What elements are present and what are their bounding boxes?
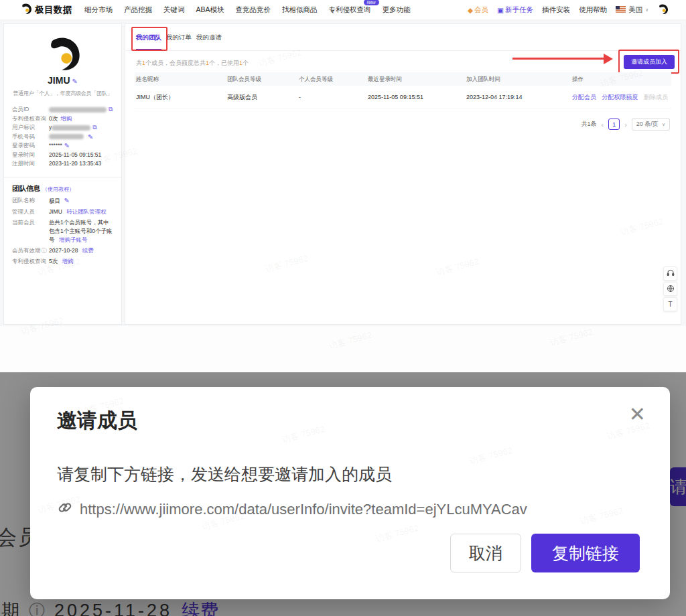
- top-navbar: 极目数据 细分市场 产品挖掘 关键词 ABA模块 查竞品竞价 找相似商品 专利侵…: [0, 0, 686, 20]
- redacted-member-id: [49, 107, 107, 112]
- info-row-register-time: 注册时间 2023-11-20 13:35:43: [12, 159, 113, 169]
- menu-item-more[interactable]: 更多功能: [383, 5, 411, 15]
- info-icon: ⓘ: [42, 248, 47, 254]
- buy-more-link[interactable]: 增购: [62, 258, 74, 264]
- table-header: 姓名昵称 团队会员等级 个人会员等级 最近登录时间 加入团队时间 操作: [135, 72, 671, 86]
- invite-member-modal: 邀请成员 ✕ 请复制下方链接，发送给想要邀请加入的成员 https://www.…: [30, 387, 670, 599]
- cell-last-login: 2025-11-05 09:15:51: [368, 86, 423, 108]
- chevron-down-icon: ∨: [662, 122, 665, 127]
- vip-link[interactable]: ◆ 会员: [468, 5, 488, 15]
- tab-my-team[interactable]: 我的团队: [136, 24, 161, 50]
- invite-link-text[interactable]: https://www.jiimore.com/data/userInfo/in…: [80, 501, 527, 518]
- remove-member-link: 删除成员: [644, 94, 668, 100]
- member-summary: 共1个成员，会员额度总共1个，已使用1个: [136, 59, 249, 68]
- task-icon: ▣: [497, 6, 504, 14]
- info-row-member-id: 会员ID ⧉: [12, 105, 113, 114]
- renew-link[interactable]: 续费: [82, 247, 94, 254]
- buy-more-link[interactable]: 增购: [60, 114, 72, 124]
- cell-join-time: 2023-12-04 17:19:14: [466, 86, 523, 108]
- edit-password-icon[interactable]: ✎: [64, 141, 70, 151]
- membership-description: 普通用户「个人」，年度高级会员「团队」: [12, 90, 113, 97]
- page-size-select[interactable]: 20 条/页 ∨: [632, 118, 670, 131]
- tab-bar: 我的团队 我的订单 我的邀请: [125, 24, 681, 51]
- assign-quota-link[interactable]: 分配权限额度: [602, 94, 638, 100]
- page: 极目数据 细分市场 产品挖掘 关键词 ABA模块 查竞品竞价 找相似商品 专利侵…: [0, 0, 686, 616]
- info-row-phone: 手机号码 ✎: [12, 133, 113, 142]
- team-row-expiry: 会员有效期ⓘ 2027-10-28 续费: [12, 246, 113, 255]
- table-row: JIMU（团长） 高级版会员 - 2025-11-05 09:15:51 202…: [135, 86, 671, 108]
- us-flag-icon: [616, 6, 626, 14]
- annotation-arrow-head: [604, 54, 613, 64]
- edit-phone-icon[interactable]: ✎: [88, 133, 93, 142]
- copy-icon[interactable]: ⧉: [109, 105, 113, 114]
- next-page-icon[interactable]: ›: [624, 121, 627, 129]
- plugin-install-link[interactable]: 插件安装: [542, 5, 570, 15]
- main-menu: 细分市场 产品挖掘 关键词 ABA模块 查竞品竞价 找相似商品 专利侵权查询 N…: [84, 5, 411, 15]
- team-panel: 我的团队 我的订单 我的邀请 共1个成员，会员额度总共1个，已使用1个 邀请成员…: [125, 23, 681, 325]
- language-globe-button[interactable]: [663, 282, 677, 296]
- cell-operations: 分配会员 分配权限额度 删除成员: [572, 86, 668, 108]
- username: JIMU✎: [12, 75, 113, 86]
- redacted-phone: [49, 134, 84, 139]
- info-row-login-time: 登录时间 2025-11-05 09:15:51: [12, 151, 113, 160]
- letter-t-icon: T: [668, 301, 672, 308]
- jimu-mini-logo-icon: [657, 3, 669, 16]
- team-row-members: 当前会员 总共1个会员账号，其中包含1个主账号和0个子账号 增购子账号: [12, 218, 113, 244]
- account-info-rows: 会员ID ⧉ 专利侵权查询 0次 增购 用户标识 y ⧉ 手机号码 ✎: [12, 105, 113, 169]
- assign-member-link[interactable]: 分配会员: [572, 94, 596, 100]
- redacted-user-tag: [52, 125, 90, 131]
- copy-icon[interactable]: ⧉: [92, 123, 96, 133]
- modal-section: 会员 请 期 ⓘ 2025-11-28 续费 邀请成员 ✕ 请复制下方链接，发送…: [0, 372, 686, 616]
- brand-logo[interactable]: 极目数据: [20, 3, 72, 17]
- menu-item-similar[interactable]: 找相似商品: [282, 5, 318, 15]
- menu-item-market[interactable]: 细分市场: [84, 5, 113, 15]
- transfer-admin-link[interactable]: 转让团队管理权: [66, 208, 107, 215]
- cell-team-level: 高级版会员: [227, 86, 257, 108]
- menu-item-keyword[interactable]: 关键词: [163, 5, 185, 15]
- close-icon[interactable]: ✕: [629, 404, 646, 425]
- help-link[interactable]: 使用帮助: [579, 5, 607, 15]
- cell-name: JIMU（团长）: [136, 86, 174, 108]
- text-size-button[interactable]: T: [663, 297, 677, 311]
- pagination-total: 共1条: [581, 120, 597, 129]
- edit-username-icon[interactable]: ✎: [72, 78, 78, 85]
- cancel-button[interactable]: 取消: [450, 534, 521, 572]
- team-row-name: 团队名称 极目 ✎: [12, 196, 113, 206]
- headset-icon: [667, 269, 675, 279]
- edit-team-name-icon[interactable]: ✎: [64, 197, 69, 204]
- invite-link-row: https://www.jiimore.com/data/userInfo/in…: [57, 499, 527, 520]
- new-badge: New: [364, 0, 379, 5]
- annotation-arrow-line: [512, 58, 605, 60]
- jimu-logo-icon: [20, 3, 32, 17]
- globe-icon: [667, 285, 675, 294]
- divider: [4, 177, 121, 177]
- menu-item-bid[interactable]: 查竞品竞价: [236, 5, 271, 15]
- menu-item-patent[interactable]: 专利侵权查询 New: [329, 5, 371, 15]
- user-profile-card: JIMU✎ 普通用户「个人」，年度高级会员「团队」 会员ID ⧉ 专利侵权查询 …: [3, 23, 122, 325]
- team-info-rows: 团队名称 极目 ✎ 管理人员 JIMU 转让团队管理权 当前会员 总共1个会员账…: [12, 196, 113, 266]
- invite-member-button[interactable]: 邀请成员加入: [624, 55, 675, 69]
- team-info-header: 团队信息 （使用教程）: [12, 184, 113, 194]
- prev-page-icon[interactable]: ‹: [602, 121, 604, 129]
- info-row-patent-quota: 专利侵权查询 0次 增购: [12, 114, 113, 124]
- newbie-task-link[interactable]: ▣ 新手任务: [497, 5, 533, 15]
- buy-subaccount-link[interactable]: 增购子账号: [59, 236, 88, 243]
- content-background-lower: [0, 326, 686, 372]
- tab-my-orders[interactable]: 我的订单: [166, 24, 192, 50]
- modal-message: 请复制下方链接，发送给想要邀请加入的成员: [57, 463, 392, 485]
- modal-title: 邀请成员: [57, 407, 137, 435]
- customer-service-button[interactable]: [663, 266, 677, 281]
- tab-my-invites[interactable]: 我的邀请: [196, 24, 222, 50]
- chevron-down-icon: ∨: [645, 7, 648, 13]
- language-selector[interactable]: 美国 ∨: [616, 5, 648, 15]
- pagination: 共1条 ‹ 1 › 20 条/页 ∨: [581, 118, 671, 131]
- menu-item-product[interactable]: 产品挖掘: [124, 5, 152, 15]
- cell-personal-level: -: [299, 86, 301, 108]
- navbar-right: ◆ 会员 ▣ 新手任务 插件安装 使用帮助 美国 ∨: [468, 3, 669, 16]
- menu-item-aba[interactable]: ABA模块: [196, 5, 224, 15]
- copy-link-button[interactable]: 复制链接: [531, 534, 640, 572]
- tutorial-link[interactable]: （使用教程）: [42, 186, 74, 192]
- brand-name: 极目数据: [35, 4, 72, 16]
- page-number[interactable]: 1: [608, 119, 620, 130]
- team-row-admin: 管理人员 JIMU 转让团队管理权: [12, 208, 113, 216]
